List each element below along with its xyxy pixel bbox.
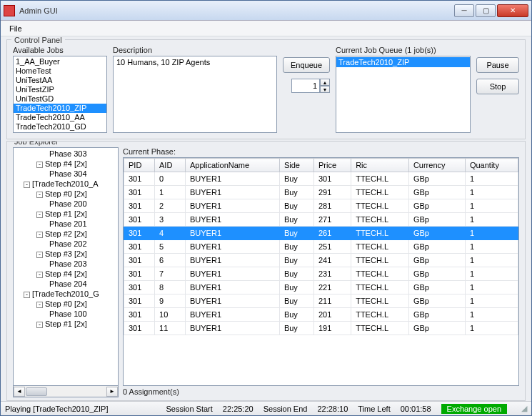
job-queue-listbox[interactable]: TradeTech2010_ZIP	[336, 56, 471, 133]
tree-expand-icon[interactable]: -	[36, 212, 43, 218]
job-item[interactable]: TradeTech2010_AA	[14, 113, 106, 122]
status-playing: Playing [TradeTech2010_ZIP]	[5, 405, 109, 413]
pause-button[interactable]: Pause	[476, 57, 519, 73]
column-header[interactable]: AID	[155, 159, 186, 172]
table-row[interactable]: 3012BUYER1Buy281TTECH.LGBp1	[124, 199, 518, 213]
tree-node[interactable]: -[TradeTech2010_A	[14, 179, 118, 189]
tree-expand-icon[interactable]: -	[36, 272, 43, 278]
table-cell: 241	[313, 254, 351, 267]
job-item[interactable]: 1_AA_Buyer	[14, 57, 106, 66]
tree-expand-icon[interactable]: -	[36, 252, 43, 258]
enqueue-count-input[interactable]	[291, 79, 320, 93]
minimize-button[interactable]: ─	[454, 4, 474, 17]
table-row[interactable]: 3011BUYER1Buy291TTECH.LGBp1	[124, 186, 518, 199]
maximize-button[interactable]: ▢	[476, 4, 496, 17]
tree-node[interactable]: Phase 100	[14, 309, 118, 319]
table-cell: TTECH.L	[351, 199, 409, 213]
title-bar[interactable]: Admin GUI ─ ▢ ✕	[1, 1, 531, 21]
tree-expand-icon[interactable]: -	[36, 232, 43, 238]
tree-node[interactable]: -Step #0 [2x]	[14, 299, 118, 309]
table-row[interactable]: 3018BUYER1Buy221TTECH.LGBp1	[124, 281, 518, 294]
available-jobs-listbox[interactable]: 1_AA_BuyerHomeTestUniTestAAUniTestZIPUni…	[13, 56, 107, 133]
table-cell: Buy	[279, 281, 313, 294]
tree-node[interactable]: Phase 304	[14, 169, 118, 179]
table-cell: 1	[155, 186, 186, 199]
close-button[interactable]: ✕	[497, 4, 528, 17]
app-window: Admin GUI ─ ▢ ✕ File Control Panel Avail…	[0, 0, 532, 416]
scroll-thumb[interactable]	[26, 387, 47, 396]
spinner-down-icon[interactable]: ▼	[320, 86, 330, 93]
resize-grip-icon[interactable]: ◢	[517, 404, 527, 413]
job-item[interactable]: UniTestGD	[14, 94, 106, 104]
control-panel-label: Control Panel	[11, 36, 65, 44]
table-row[interactable]: 3013BUYER1Buy271TTECH.LGBp1	[124, 213, 518, 227]
table-row[interactable]: 3015BUYER1Buy251TTECH.LGBp1	[124, 240, 518, 254]
table-row[interactable]: 30111BUYER1Buy191TTECH.LGBp1	[124, 322, 518, 335]
job-item[interactable]: UniTestAA	[14, 76, 106, 85]
tree-node[interactable]: Phase 203	[14, 259, 118, 269]
tree-expand-icon[interactable]: -	[36, 162, 43, 168]
job-tree[interactable]: Phase 303-Step #4 [2x]Phase 304-[TradeTe…	[13, 147, 119, 386]
column-header[interactable]: Ric	[351, 159, 409, 172]
column-header[interactable]: Quantity	[465, 159, 518, 172]
tree-expand-icon[interactable]: -	[36, 192, 43, 198]
tree-expand-icon[interactable]: -	[24, 292, 30, 298]
tree-h-scrollbar[interactable]: ◄ ►	[13, 386, 119, 397]
table-cell: BUYER1	[186, 213, 280, 227]
description-textarea[interactable]: 10 Humans, 10 ZIP Agents	[113, 56, 277, 133]
job-item[interactable]: UniTestZIP	[14, 85, 106, 94]
table-cell: BUYER1	[186, 199, 280, 213]
app-icon	[4, 5, 15, 16]
job-item[interactable]: HomeTest	[14, 66, 106, 76]
tree-node[interactable]: -[TradeTech2010_G	[14, 289, 118, 299]
table-cell: 5	[155, 240, 186, 254]
tree-node[interactable]: -Step #4 [2x]	[14, 159, 118, 169]
table-cell: BUYER1	[186, 186, 280, 199]
queue-item[interactable]: TradeTech2010_ZIP	[336, 57, 470, 67]
time-left-value: 00:01:58	[401, 405, 431, 413]
scroll-right-icon[interactable]: ►	[106, 387, 118, 397]
tree-node[interactable]: Phase 202	[14, 239, 118, 249]
enqueue-count-spinner[interactable]: ▲ ▼	[291, 79, 330, 93]
table-row[interactable]: 3019BUYER1Buy211TTECH.LGBp1	[124, 294, 518, 308]
table-row[interactable]: 3014BUYER1Buy261TTECH.LGBp1	[124, 227, 518, 240]
column-header[interactable]: ApplicationName	[186, 159, 280, 172]
table-cell: 1	[465, 240, 518, 254]
tree-node[interactable]: -Step #4 [2x]	[14, 269, 118, 279]
enqueue-button[interactable]: Enqueue	[283, 57, 330, 73]
table-cell: GBp	[408, 186, 465, 199]
table-cell: Buy	[279, 267, 313, 281]
table-cell: BUYER1	[186, 281, 280, 294]
job-item[interactable]: TradeTech2010_ZIP	[14, 104, 106, 113]
table-cell: 1	[465, 281, 518, 294]
column-header[interactable]: PID	[124, 159, 155, 172]
table-row[interactable]: 30110BUYER1Buy201TTECH.LGBp1	[124, 308, 518, 322]
scroll-left-icon[interactable]: ◄	[14, 387, 25, 397]
spinner-up-icon[interactable]: ▲	[320, 79, 330, 86]
menu-file[interactable]: File	[5, 23, 26, 34]
column-header[interactable]: Price	[313, 159, 351, 172]
table-cell: 301	[124, 227, 155, 240]
table-row[interactable]: 3017BUYER1Buy231TTECH.LGBp1	[124, 267, 518, 281]
tree-node[interactable]: -Step #1 [2x]	[14, 319, 118, 329]
table-cell: BUYER1	[186, 240, 280, 254]
tree-node[interactable]: Phase 204	[14, 279, 118, 289]
column-header[interactable]: Currency	[408, 159, 465, 172]
phase-grid[interactable]: PIDAIDApplicationNameSidePriceRicCurrenc…	[123, 157, 519, 386]
tree-expand-icon[interactable]: -	[24, 182, 30, 188]
job-item[interactable]: TradeTech2010_GD	[14, 122, 106, 132]
tree-node[interactable]: Phase 201	[14, 219, 118, 229]
tree-node[interactable]: -Step #2 [2x]	[14, 229, 118, 239]
column-header[interactable]: Side	[279, 159, 313, 172]
tree-node[interactable]: Phase 303	[14, 149, 118, 159]
table-cell: 301	[124, 172, 155, 186]
table-row[interactable]: 3010BUYER1Buy301TTECH.LGBp1	[124, 172, 518, 186]
tree-expand-icon[interactable]: -	[36, 322, 43, 328]
tree-node[interactable]: -Step #3 [2x]	[14, 249, 118, 259]
tree-node[interactable]: Phase 200	[14, 199, 118, 209]
table-row[interactable]: 3016BUYER1Buy241TTECH.LGBp1	[124, 254, 518, 267]
tree-expand-icon[interactable]: -	[36, 302, 43, 308]
tree-node[interactable]: -Step #1 [2x]	[14, 209, 118, 219]
tree-node[interactable]: -Step #0 [2x]	[14, 189, 118, 199]
stop-button[interactable]: Stop	[476, 79, 519, 94]
